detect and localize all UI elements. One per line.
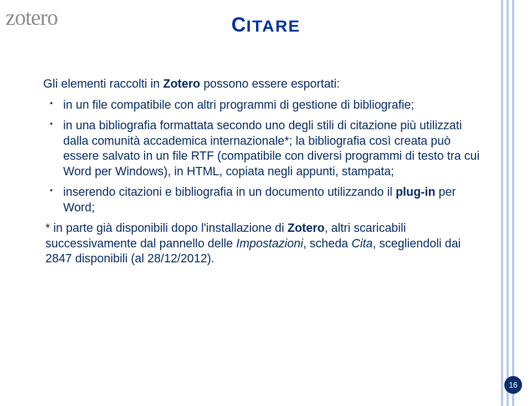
intro-pre: Gli elementi raccolti in bbox=[43, 77, 163, 90]
list-item: in una bibliografia formattata secondo u… bbox=[54, 118, 484, 179]
page-number-badge: 16 bbox=[504, 376, 522, 394]
stripe bbox=[512, 0, 514, 406]
footnote-pre: * in parte già disponibili dopo l'instal… bbox=[45, 221, 288, 235]
decorative-stripes bbox=[501, 0, 514, 406]
footnote-ital1: Impostazioni bbox=[236, 237, 303, 250]
bullet-list: in un file compatibile con altri program… bbox=[43, 98, 484, 216]
footnote-ital2: Cita bbox=[351, 237, 372, 250]
stripe bbox=[507, 0, 509, 406]
bullet-text: in una bibliografia formattata secondo u… bbox=[63, 119, 479, 178]
intro-text: Gli elementi raccolti in Zotero possono … bbox=[43, 77, 484, 92]
list-item: inserendo citazioni e bibliografia in un… bbox=[54, 185, 484, 215]
bullet-text: in un file compatibile con altri program… bbox=[63, 98, 414, 111]
page-number: 16 bbox=[509, 380, 518, 389]
footnote-sep: , scheda bbox=[303, 237, 351, 250]
bullet-text-bold: plug-in bbox=[396, 185, 436, 199]
bullet-text-pre: inserendo citazioni e bibliografia in un… bbox=[63, 185, 396, 199]
title-first-letter: C bbox=[232, 13, 247, 36]
slide-content: Gli elementi raccolti in Zotero possono … bbox=[43, 77, 484, 267]
page-title: CITARE bbox=[0, 13, 532, 37]
list-item: in un file compatibile con altri program… bbox=[54, 98, 484, 113]
stripe bbox=[501, 0, 503, 406]
intro-bold: Zotero bbox=[163, 77, 200, 90]
footnote: * in parte già disponibili dopo l'instal… bbox=[43, 221, 484, 267]
intro-after: possono essere esportati: bbox=[200, 77, 340, 90]
footnote-bold: Zotero bbox=[288, 221, 325, 235]
title-rest: ITARE bbox=[247, 17, 301, 35]
